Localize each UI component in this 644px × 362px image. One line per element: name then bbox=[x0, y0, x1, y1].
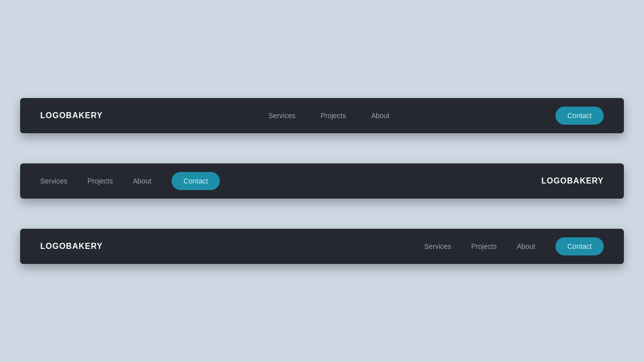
nav-projects-3[interactable]: Projects bbox=[471, 242, 497, 250]
nav-projects-2[interactable]: Projects bbox=[88, 177, 113, 185]
logo-1: LOGOBAKERY bbox=[40, 111, 103, 120]
nav-about-2[interactable]: About bbox=[133, 177, 151, 185]
nav-services-3[interactable]: Services bbox=[424, 242, 451, 250]
logo-2: LOGOBAKERY bbox=[541, 176, 604, 186]
nav-left-2: Services Projects About Contact bbox=[40, 172, 220, 190]
contact-button-1[interactable]: Contact bbox=[555, 107, 604, 125]
navbar-1: LOGOBAKERY Services Projects About Conta… bbox=[20, 98, 624, 133]
contact-button-3[interactable]: Contact bbox=[555, 237, 604, 255]
nav-services-1[interactable]: Services bbox=[268, 112, 295, 120]
nav-about-1[interactable]: About bbox=[371, 112, 390, 120]
nav-projects-1[interactable]: Projects bbox=[320, 112, 346, 120]
nav-about-3[interactable]: About bbox=[517, 242, 535, 250]
nav-services-2[interactable]: Services bbox=[40, 177, 67, 185]
contact-button-2[interactable]: Contact bbox=[172, 172, 220, 190]
navbar-2: Services Projects About Contact LOGOBAKE… bbox=[20, 163, 624, 199]
nav-right-3: Services Projects About Contact bbox=[424, 237, 604, 255]
logo-3: LOGOBAKERY bbox=[40, 242, 103, 251]
nav-center-1: Services Projects About bbox=[268, 112, 389, 120]
navbar-3: LOGOBAKERY Services Projects About Conta… bbox=[20, 229, 624, 264]
